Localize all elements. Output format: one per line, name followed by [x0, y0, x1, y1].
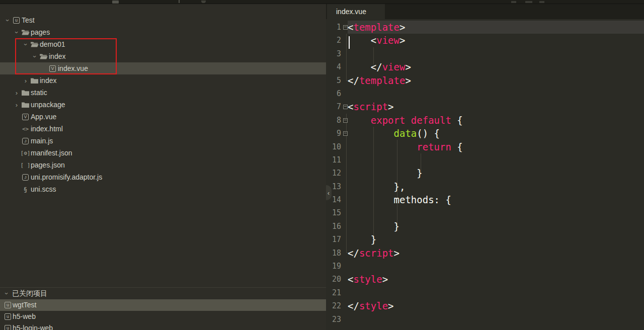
fold-toggle-icon[interactable] [343, 105, 348, 109]
code-line-content[interactable]: } [348, 220, 644, 233]
code-line-content[interactable]: </view> [348, 60, 644, 73]
code-line-content[interactable]: <template> [348, 21, 644, 34]
code-line-content[interactable]: </script> [348, 246, 644, 260]
code-line-content[interactable]: export default { [348, 114, 644, 127]
code-line-19[interactable]: 19 [326, 260, 644, 273]
tree-item-label: static [31, 87, 47, 99]
tree-item-main-js[interactable]: › J main.js [0, 135, 326, 147]
tab-index-vue[interactable]: index.vue [327, 4, 385, 19]
tree-item-index[interactable]: › index [0, 50, 326, 62]
code-line-5[interactable]: 5 </template> [326, 74, 644, 87]
code-line-20[interactable]: 20 <style> [326, 273, 644, 286]
code-line-7[interactable]: 7 <script> [326, 100, 644, 113]
code-line-4[interactable]: 4 </view> [326, 60, 644, 73]
code-line-content[interactable]: }, [348, 180, 644, 193]
code-line-3[interactable]: 3 [326, 47, 644, 60]
chevron-down-icon[interactable]: › [3, 288, 10, 299]
tree-item-demo01[interactable]: › demo01 [0, 38, 326, 50]
code-line-content[interactable]: } [348, 167, 644, 180]
tree-item-index-html[interactable]: › <> index.html [0, 123, 326, 135]
toolbar-partial-icon [539, 1, 544, 3]
code-line-content[interactable] [348, 87, 644, 100]
code-area[interactable]: 1 <template> 2 <view> 3 4 </view> 5 </te… [326, 19, 644, 330]
tree-item-index-vue[interactable]: › V index.vue [0, 62, 326, 74]
tree-item-index[interactable]: › index [0, 74, 326, 87]
tree-item-label: pages.json [31, 159, 65, 171]
closed-project-wgttest[interactable]: u wgtTest [0, 299, 326, 311]
project-icon: u [4, 322, 12, 330]
tree-item-label: index [49, 50, 65, 62]
code-line-18[interactable]: 18 </script> [326, 246, 644, 260]
code-line-content[interactable]: } [348, 233, 644, 246]
code-line-13[interactable]: 13 }, [326, 180, 644, 193]
tree-item-manifest-json[interactable]: › [⚙] manifest.json [0, 147, 326, 159]
tree-item-app-vue[interactable]: › V App.vue [0, 111, 326, 123]
code-line-content[interactable]: </style> [348, 299, 644, 312]
line-number: 21 [326, 286, 343, 299]
vue-icon: V [21, 111, 30, 123]
code-line-content[interactable]: </template> [348, 74, 644, 87]
toolbar-partial-icon [525, 1, 532, 3]
code-line-content[interactable] [348, 206, 644, 219]
code-line-14[interactable]: 14 methods: { [326, 193, 644, 206]
line-number: 20 [326, 273, 343, 286]
code-line-10[interactable]: 10 return { [326, 140, 644, 153]
line-number: 23 [326, 313, 343, 326]
code-line-content[interactable]: methods: { [348, 193, 644, 206]
code-line-content[interactable] [348, 313, 644, 326]
code-line-content[interactable] [348, 47, 644, 60]
line-number: 15 [326, 206, 343, 219]
code-line-8[interactable]: 8 export default { [326, 114, 644, 127]
line-number: 9 [326, 127, 343, 140]
tree-item-label: index [40, 74, 56, 87]
tree-item-uni-scss[interactable]: › § uni.scss [0, 183, 326, 195]
code-line-6[interactable]: 6 [326, 87, 644, 100]
code-line-content[interactable]: <script> [348, 100, 644, 113]
tree-item-pages-json[interactable]: › [ ] pages.json [0, 159, 326, 171]
code-line-content[interactable] [348, 286, 644, 299]
chevron-down-icon[interactable]: › [22, 38, 29, 50]
manifest-icon: [⚙] [21, 147, 30, 159]
code-line-16[interactable]: 16 } [326, 220, 644, 233]
chevron-down-icon[interactable]: › [4, 14, 11, 26]
tree-item-static[interactable]: › static [0, 87, 326, 99]
tree-item-test[interactable]: › u Test [0, 14, 326, 26]
code-line-content[interactable]: <style> [348, 273, 644, 286]
code-line-content[interactable] [348, 260, 644, 273]
fold-toggle-icon[interactable] [343, 118, 348, 123]
code-line-2[interactable]: 2 <view> [326, 34, 644, 47]
fold-toggle-icon[interactable] [343, 25, 348, 30]
closed-projects-header[interactable]: › 已关闭项目 [0, 288, 326, 299]
chevron-right-icon[interactable]: › [22, 74, 29, 87]
line-number: 18 [326, 246, 343, 260]
code-line-12[interactable]: 12 } [326, 167, 644, 180]
chevron-down-icon[interactable]: › [31, 50, 38, 62]
fold-toggle-icon[interactable] [343, 131, 348, 136]
chevron-down-icon[interactable]: › [13, 26, 20, 38]
code-line-content[interactable]: data() { [348, 127, 644, 140]
code-line-17[interactable]: 17 } [326, 233, 644, 246]
tree-item-label: manifest.json [31, 147, 72, 159]
code-line-21[interactable]: 21 [326, 286, 644, 299]
line-number: 3 [326, 47, 343, 60]
closed-project-h5-web[interactable]: u h5-web [0, 311, 326, 322]
tree-item-uni-promisify-adaptor-js[interactable]: › J uni.promisify.adaptor.js [0, 171, 326, 183]
code-line-1[interactable]: 1 <template> [326, 21, 644, 34]
chevron-right-icon[interactable]: › [13, 99, 20, 111]
code-line-11[interactable]: 11 [326, 153, 644, 167]
code-line-15[interactable]: 15 [326, 206, 644, 219]
line-number: 5 [326, 74, 343, 87]
closed-project-h5-login-web[interactable]: u h5-login-web [0, 322, 326, 330]
code-line-22[interactable]: 22 </style> [326, 299, 644, 312]
chevron-right-icon[interactable]: › [13, 87, 20, 99]
code-line-content[interactable]: return { [348, 140, 644, 153]
tree-item-pages[interactable]: › pages [0, 26, 326, 38]
code-line-23[interactable]: 23 [326, 313, 644, 326]
code-line-content[interactable]: <view> [348, 34, 644, 47]
folder-icon [21, 87, 30, 99]
json-icon: [ ] [21, 159, 30, 171]
tree-item-unpackage[interactable]: › unpackage [0, 99, 326, 111]
code-line-9[interactable]: 9 data() { [326, 127, 644, 140]
code-line-content[interactable] [348, 153, 644, 167]
toolbar-remnant [0, 0, 644, 4]
